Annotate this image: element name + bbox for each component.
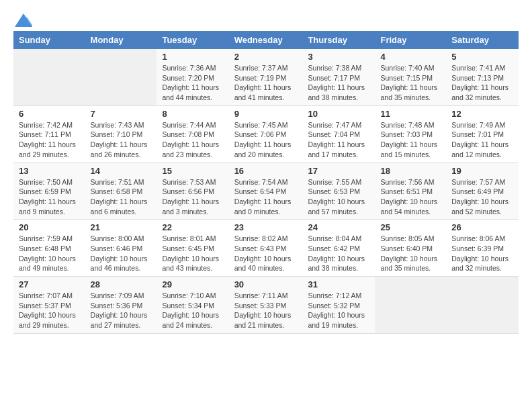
column-header-friday: Friday xyxy=(375,31,446,49)
calendar-cell: 22Sunrise: 8:01 AM Sunset: 6:45 PM Dayli… xyxy=(157,220,228,277)
day-number: 7 xyxy=(91,109,152,119)
calendar-cell: 21Sunrise: 8:00 AM Sunset: 6:46 PM Dayli… xyxy=(85,220,157,277)
calendar-cell: 9Sunrise: 7:45 AM Sunset: 7:06 PM Daylig… xyxy=(229,105,303,163)
day-info: Sunrise: 7:49 AM Sunset: 7:01 PM Dayligh… xyxy=(451,120,513,160)
calendar-cell xyxy=(446,277,519,334)
day-info: Sunrise: 7:44 AM Sunset: 7:08 PM Dayligh… xyxy=(162,120,223,160)
week-row-5: 27Sunrise: 7:07 AM Sunset: 5:37 PM Dayli… xyxy=(13,277,519,334)
header-row: SundayMondayTuesdayWednesdayThursdayFrid… xyxy=(13,31,519,49)
day-info: Sunrise: 7:59 AM Sunset: 6:48 PM Dayligh… xyxy=(19,234,80,273)
day-number: 23 xyxy=(234,222,298,232)
calendar-cell: 27Sunrise: 7:07 AM Sunset: 5:37 PM Dayli… xyxy=(13,277,85,334)
day-number: 2 xyxy=(234,52,298,62)
calendar-cell: 17Sunrise: 7:55 AM Sunset: 6:53 PM Dayli… xyxy=(302,163,375,220)
calendar-cell: 24Sunrise: 8:04 AM Sunset: 6:42 PM Dayli… xyxy=(302,220,375,277)
day-info: Sunrise: 8:02 AM Sunset: 6:43 PM Dayligh… xyxy=(234,234,298,273)
day-info: Sunrise: 7:51 AM Sunset: 6:58 PM Dayligh… xyxy=(91,177,152,217)
day-number: 10 xyxy=(308,109,369,119)
logo-icon xyxy=(15,13,32,27)
day-number: 22 xyxy=(162,222,223,232)
page-header xyxy=(13,13,519,24)
day-info: Sunrise: 7:53 AM Sunset: 6:56 PM Dayligh… xyxy=(162,177,223,217)
day-number: 3 xyxy=(308,52,369,62)
day-info: Sunrise: 8:00 AM Sunset: 6:46 PM Dayligh… xyxy=(91,234,152,273)
day-info: Sunrise: 8:06 AM Sunset: 6:39 PM Dayligh… xyxy=(451,234,513,273)
calendar-cell: 10Sunrise: 7:47 AM Sunset: 7:04 PM Dayli… xyxy=(302,105,375,163)
day-number: 27 xyxy=(19,279,80,289)
calendar-cell: 19Sunrise: 7:57 AM Sunset: 6:49 PM Dayli… xyxy=(446,163,519,220)
day-info: Sunrise: 7:12 AM Sunset: 5:32 PM Dayligh… xyxy=(308,291,369,330)
day-number: 25 xyxy=(380,222,441,232)
calendar-cell: 2Sunrise: 7:37 AM Sunset: 7:19 PM Daylig… xyxy=(229,49,303,105)
day-info: Sunrise: 7:50 AM Sunset: 6:59 PM Dayligh… xyxy=(19,177,80,217)
week-row-4: 20Sunrise: 7:59 AM Sunset: 6:48 PM Dayli… xyxy=(13,220,519,277)
calendar-cell: 20Sunrise: 7:59 AM Sunset: 6:48 PM Dayli… xyxy=(13,220,85,277)
day-info: Sunrise: 7:48 AM Sunset: 7:03 PM Dayligh… xyxy=(380,120,441,160)
day-info: Sunrise: 7:40 AM Sunset: 7:15 PM Dayligh… xyxy=(380,63,441,103)
day-info: Sunrise: 7:09 AM Sunset: 5:36 PM Dayligh… xyxy=(91,291,152,330)
day-number: 4 xyxy=(380,52,441,62)
calendar-cell: 12Sunrise: 7:49 AM Sunset: 7:01 PM Dayli… xyxy=(446,105,519,163)
column-header-monday: Monday xyxy=(85,31,157,49)
column-header-thursday: Thursday xyxy=(302,31,375,49)
calendar-cell xyxy=(85,49,157,105)
day-info: Sunrise: 8:05 AM Sunset: 6:40 PM Dayligh… xyxy=(380,234,441,273)
column-header-saturday: Saturday xyxy=(446,31,519,49)
calendar-cell: 23Sunrise: 8:02 AM Sunset: 6:43 PM Dayli… xyxy=(229,220,303,277)
calendar-cell: 8Sunrise: 7:44 AM Sunset: 7:08 PM Daylig… xyxy=(157,105,228,163)
calendar-table: SundayMondayTuesdayWednesdayThursdayFrid… xyxy=(13,31,519,334)
day-info: Sunrise: 7:54 AM Sunset: 6:54 PM Dayligh… xyxy=(234,177,298,217)
day-info: Sunrise: 7:10 AM Sunset: 5:34 PM Dayligh… xyxy=(162,291,223,330)
day-number: 29 xyxy=(162,279,223,289)
week-row-1: 1Sunrise: 7:36 AM Sunset: 7:20 PM Daylig… xyxy=(13,49,519,105)
day-info: Sunrise: 7:38 AM Sunset: 7:17 PM Dayligh… xyxy=(308,63,369,103)
day-info: Sunrise: 7:42 AM Sunset: 7:11 PM Dayligh… xyxy=(19,120,80,160)
day-info: Sunrise: 7:07 AM Sunset: 5:37 PM Dayligh… xyxy=(19,291,80,330)
calendar-cell: 5Sunrise: 7:41 AM Sunset: 7:13 PM Daylig… xyxy=(446,49,519,105)
day-number: 20 xyxy=(19,222,80,232)
day-number: 18 xyxy=(380,166,441,176)
day-info: Sunrise: 7:57 AM Sunset: 6:49 PM Dayligh… xyxy=(451,177,513,217)
calendar-cell: 4Sunrise: 7:40 AM Sunset: 7:15 PM Daylig… xyxy=(375,49,446,105)
day-number: 13 xyxy=(19,166,80,176)
calendar-cell xyxy=(375,277,446,334)
day-number: 5 xyxy=(451,52,513,62)
day-number: 14 xyxy=(91,166,152,176)
day-info: Sunrise: 8:01 AM Sunset: 6:45 PM Dayligh… xyxy=(162,234,223,273)
day-number: 11 xyxy=(380,109,441,119)
day-number: 28 xyxy=(91,279,152,289)
calendar-cell xyxy=(13,49,85,105)
calendar-cell: 6Sunrise: 7:42 AM Sunset: 7:11 PM Daylig… xyxy=(13,105,85,163)
day-number: 24 xyxy=(308,222,369,232)
day-number: 12 xyxy=(451,109,513,119)
day-info: Sunrise: 7:47 AM Sunset: 7:04 PM Dayligh… xyxy=(308,120,369,160)
calendar-cell: 31Sunrise: 7:12 AM Sunset: 5:32 PM Dayli… xyxy=(302,277,375,334)
day-number: 26 xyxy=(451,222,513,232)
calendar-cell: 13Sunrise: 7:50 AM Sunset: 6:59 PM Dayli… xyxy=(13,163,85,220)
calendar-cell: 25Sunrise: 8:05 AM Sunset: 6:40 PM Dayli… xyxy=(375,220,446,277)
calendar-cell: 26Sunrise: 8:06 AM Sunset: 6:39 PM Dayli… xyxy=(446,220,519,277)
calendar-cell: 18Sunrise: 7:56 AM Sunset: 6:51 PM Dayli… xyxy=(375,163,446,220)
day-number: 31 xyxy=(308,279,369,289)
day-number: 17 xyxy=(308,166,369,176)
calendar-cell: 15Sunrise: 7:53 AM Sunset: 6:56 PM Dayli… xyxy=(157,163,228,220)
day-number: 6 xyxy=(19,109,80,119)
day-info: Sunrise: 7:56 AM Sunset: 6:51 PM Dayligh… xyxy=(380,177,441,217)
calendar-cell: 28Sunrise: 7:09 AM Sunset: 5:36 PM Dayli… xyxy=(85,277,157,334)
day-number: 15 xyxy=(162,166,223,176)
day-number: 16 xyxy=(234,166,298,176)
day-number: 8 xyxy=(162,109,223,119)
day-number: 21 xyxy=(91,222,152,232)
day-info: Sunrise: 7:11 AM Sunset: 5:33 PM Dayligh… xyxy=(234,291,298,330)
day-number: 1 xyxy=(162,52,223,62)
day-info: Sunrise: 7:37 AM Sunset: 7:19 PM Dayligh… xyxy=(234,63,298,103)
calendar-cell: 3Sunrise: 7:38 AM Sunset: 7:17 PM Daylig… xyxy=(302,49,375,105)
day-number: 9 xyxy=(234,109,298,119)
calendar-cell: 29Sunrise: 7:10 AM Sunset: 5:34 PM Dayli… xyxy=(157,277,228,334)
calendar-cell: 30Sunrise: 7:11 AM Sunset: 5:33 PM Dayli… xyxy=(229,277,303,334)
day-info: Sunrise: 7:45 AM Sunset: 7:06 PM Dayligh… xyxy=(234,120,298,160)
week-row-3: 13Sunrise: 7:50 AM Sunset: 6:59 PM Dayli… xyxy=(13,163,519,220)
column-header-sunday: Sunday xyxy=(13,31,85,49)
week-row-2: 6Sunrise: 7:42 AM Sunset: 7:11 PM Daylig… xyxy=(13,105,519,163)
calendar-cell: 1Sunrise: 7:36 AM Sunset: 7:20 PM Daylig… xyxy=(157,49,228,105)
